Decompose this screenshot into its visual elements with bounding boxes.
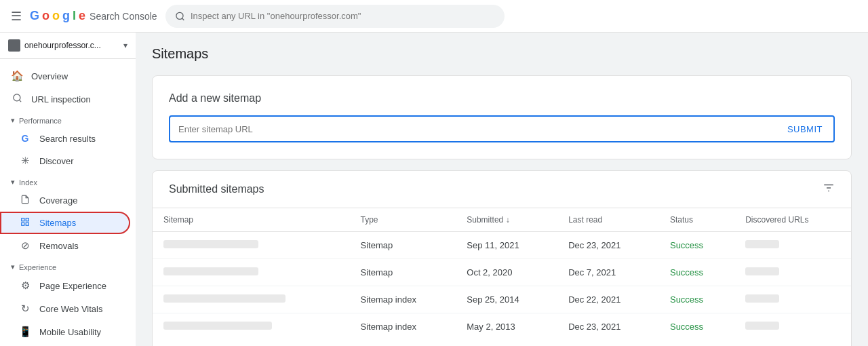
sidebar-item-sitemaps[interactable]: Sitemaps xyxy=(0,212,130,234)
table-row: Sitemap index May 2, 2013 Dec 23, 2021 S… xyxy=(153,313,851,341)
logo-o2: o xyxy=(52,9,60,23)
submit-sitemap-button[interactable]: SUBMIT xyxy=(776,115,835,142)
table-footer: Rows per page: 10 25 50 1-4 of 4 ‹ › xyxy=(153,340,851,346)
content-area: Sitemaps Add a new sitemap SUBMIT Submit… xyxy=(136,33,868,346)
filter-icon[interactable] xyxy=(823,182,835,197)
sidebar-section-label-index: Index xyxy=(19,178,37,187)
coverage-icon xyxy=(19,195,31,206)
sort-desc-icon: ↓ xyxy=(506,215,510,225)
logo-o1: o xyxy=(42,9,50,23)
sidebar-item-coverage[interactable]: Coverage xyxy=(0,189,130,212)
topbar: ☰ Google Search Console xyxy=(0,0,868,33)
svg-point-0 xyxy=(176,12,183,19)
blurred-sitemap-url xyxy=(163,322,272,330)
status-badge-success: Success xyxy=(670,322,703,332)
logo-l: l xyxy=(73,9,76,23)
logo: Google Search Console xyxy=(30,9,157,23)
table-row: Sitemap index Sep 25, 2014 Dec 22, 2021 … xyxy=(153,286,851,313)
cell-sitemap-4 xyxy=(153,313,350,341)
cell-last-read-4: Dec 23, 2021 xyxy=(557,313,659,341)
col-header-submitted[interactable]: Submitted ↓ xyxy=(456,208,557,232)
col-header-type: Type xyxy=(350,208,456,232)
sidebar-section-experience[interactable]: ▾ Experience xyxy=(0,257,136,274)
sidebar-item-label-removals: Removals xyxy=(39,241,79,251)
status-badge-success: Success xyxy=(670,267,703,277)
sidebar-section-label-experience: Experience xyxy=(19,263,56,271)
blurred-sitemap-url xyxy=(163,267,258,275)
cell-sitemap-3 xyxy=(153,286,350,313)
page-title: Sitemaps xyxy=(152,46,852,62)
sidebar-item-label-mobile-usability: Mobile Usability xyxy=(39,327,101,337)
sidebar-item-label-discover: Discover xyxy=(39,156,74,166)
table-row: Sitemap Sep 11, 2021 Dec 23, 2021 Succes… xyxy=(153,232,851,259)
cell-discovered-urls-3 xyxy=(734,286,851,313)
cell-status-3: Success xyxy=(659,286,734,313)
add-sitemap-card: Add a new sitemap SUBMIT xyxy=(152,75,852,159)
sidebar-item-label-coverage: Coverage xyxy=(39,195,77,206)
blurred-url-count xyxy=(745,294,779,303)
cell-submitted-1: Sep 11, 2021 xyxy=(456,232,557,259)
sidebar-item-page-experience[interactable]: ⚙ Page Experience xyxy=(0,274,130,297)
cell-submitted-4: May 2, 2013 xyxy=(456,313,557,341)
chevron-down-icon-experience: ▾ xyxy=(11,263,15,271)
status-badge-success: Success xyxy=(670,240,703,250)
submitted-sitemaps-header: Submitted sitemaps xyxy=(153,171,851,208)
svg-rect-5 xyxy=(26,218,28,221)
logo-e: e xyxy=(79,9,85,23)
col-header-last-read: Last read xyxy=(557,208,659,232)
url-inspect-input[interactable] xyxy=(191,11,495,21)
logo-product-name: Search Console xyxy=(90,11,157,22)
cell-sitemap-2 xyxy=(153,259,350,286)
sidebar-item-label-core-web-vitals: Core Web Vitals xyxy=(39,304,102,314)
chevron-down-icon-index: ▾ xyxy=(11,178,15,187)
site-selector[interactable]: onehourprofessor.c... ▾ xyxy=(0,33,136,59)
sidebar-item-search-results[interactable]: G Search results xyxy=(0,128,130,149)
menu-icon[interactable]: ☰ xyxy=(11,9,22,24)
search-icon xyxy=(11,93,23,105)
sidebar-item-overview[interactable]: 🏠 Overview xyxy=(0,64,130,88)
status-badge-success: Success xyxy=(670,294,703,305)
cell-discovered-urls-4 xyxy=(734,313,851,341)
sidebar-item-core-web-vitals[interactable]: ↻ Core Web Vitals xyxy=(0,297,130,320)
logo-g2: g xyxy=(62,9,70,23)
cell-sitemap-1 xyxy=(153,232,350,259)
sidebar-item-discover[interactable]: ✳ Discover xyxy=(0,149,130,172)
sidebar-section-index[interactable]: ▾ Index xyxy=(0,172,136,189)
blurred-url-count xyxy=(745,322,779,330)
sidebar-section-performance[interactable]: ▾ Performance xyxy=(0,111,136,128)
sidebar-item-url-inspection[interactable]: URL inspection xyxy=(0,88,130,111)
core-web-vitals-icon: ↻ xyxy=(19,303,31,315)
cell-last-read-2: Dec 7, 2021 xyxy=(557,259,659,286)
blurred-sitemap-url xyxy=(163,240,258,248)
sidebar-item-label-overview: Overview xyxy=(31,71,68,81)
cell-status-1: Success xyxy=(659,232,734,259)
sitemap-input-row: SUBMIT xyxy=(169,115,835,142)
col-header-status: Status xyxy=(659,208,734,232)
url-inspect-bar[interactable] xyxy=(165,5,505,28)
svg-point-2 xyxy=(13,94,20,101)
removals-icon: ⊘ xyxy=(19,239,31,252)
chevron-down-icon: ▾ xyxy=(123,41,127,50)
blurred-sitemap-url xyxy=(163,294,285,303)
cell-submitted-3: Sep 25, 2014 xyxy=(456,286,557,313)
sidebar-item-removals[interactable]: ⊘ Removals xyxy=(0,234,130,257)
sidebar-item-label-sitemaps: Sitemaps xyxy=(39,218,76,228)
chevron-down-icon-performance: ▾ xyxy=(11,116,15,125)
table-header-row: Sitemap Type Submitted ↓ Last read Statu… xyxy=(153,208,851,232)
col-header-sitemap: Sitemap xyxy=(153,208,350,232)
sidebar: onehourprofessor.c... ▾ 🏠 Overview URL i… xyxy=(0,33,136,346)
main-layout: onehourprofessor.c... ▾ 🏠 Overview URL i… xyxy=(0,33,868,346)
sitemap-url-input[interactable] xyxy=(169,115,776,142)
page-experience-icon: ⚙ xyxy=(19,280,31,292)
submitted-sitemaps-card: Submitted sitemaps Sitemap Type Submitte… xyxy=(152,170,852,346)
mobile-usability-icon: 📱 xyxy=(19,326,31,338)
add-sitemap-title: Add a new sitemap xyxy=(169,92,835,104)
cell-type-1: Sitemap xyxy=(350,232,456,259)
sidebar-item-mobile-usability[interactable]: 📱 Mobile Usability xyxy=(0,320,130,343)
sidebar-section-label-performance: Performance xyxy=(19,117,62,125)
cell-discovered-urls-2 xyxy=(734,259,851,286)
svg-line-3 xyxy=(19,100,21,102)
blurred-url-count xyxy=(745,267,779,275)
submitted-sitemaps-title: Submitted sitemaps xyxy=(169,183,264,195)
cell-last-read-1: Dec 23, 2021 xyxy=(557,232,659,259)
